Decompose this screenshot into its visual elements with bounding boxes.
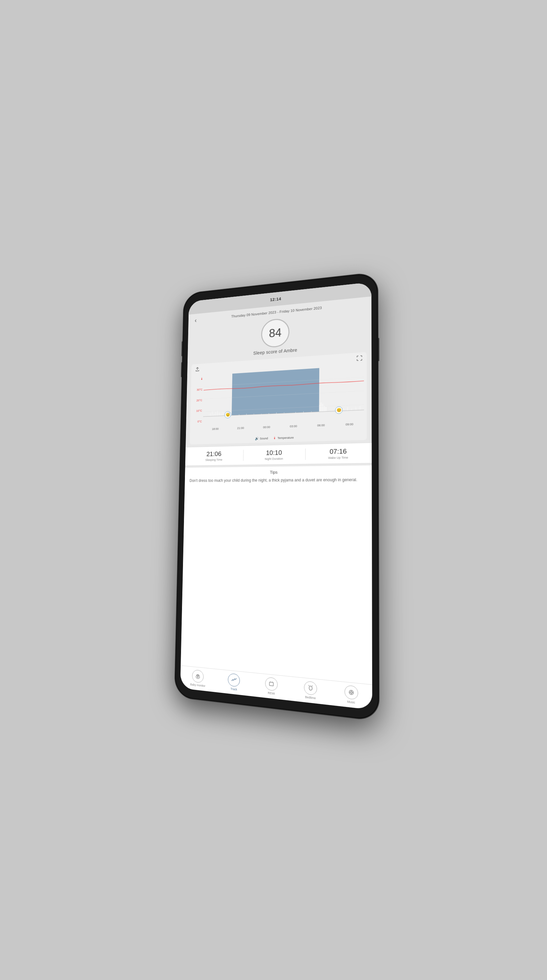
svg-rect-24	[321, 402, 322, 412]
y-label-10: 10°C	[193, 409, 203, 412]
baby-monitor-label: Baby monitor	[190, 683, 206, 687]
svg-rect-5	[215, 412, 216, 416]
svg-rect-26	[324, 406, 325, 412]
y-label-0: 0°C	[193, 420, 203, 423]
score-value: 84	[269, 326, 282, 340]
x-label-03: 03:00	[280, 424, 307, 428]
sleeping-time-value: 21:06	[185, 450, 243, 458]
nav-bedtime[interactable]: Bedtime	[290, 679, 330, 702]
svg-rect-6	[217, 410, 218, 416]
x-label-18: 18:00	[203, 427, 228, 431]
svg-rect-27	[325, 407, 327, 412]
share-button[interactable]	[193, 365, 201, 373]
status-time: 12:14	[270, 296, 281, 302]
svg-rect-30	[343, 408, 344, 410]
night-duration-value: 10:10	[244, 449, 305, 457]
nav-baby-monitor[interactable]: Baby monitor	[180, 668, 216, 689]
x-label-06: 06:00	[307, 423, 335, 427]
tips-content: Don't dress too much your child during t…	[190, 477, 366, 484]
main-content: Thursday 09 November 2023 - Friday 10 No…	[181, 296, 372, 684]
volume-down-btn[interactable]	[181, 362, 183, 377]
remi-label: REMI	[268, 691, 275, 695]
y-label-30: 30°C	[193, 388, 204, 391]
score-circle: 84	[261, 318, 290, 348]
stat-sleeping-time: 21:06 Sleeping Time	[185, 450, 244, 462]
svg-point-44	[350, 692, 352, 694]
legend-temp: 🌡 Temperature	[273, 436, 294, 440]
chart-svg-area: 😴 😊	[203, 364, 364, 426]
svg-point-39	[197, 676, 198, 678]
temp-label: Temperature	[277, 436, 294, 439]
temp-icon: 🌡	[193, 377, 204, 381]
svg-rect-2	[210, 413, 211, 416]
x-label-21: 21:00	[228, 426, 254, 430]
bedtime-label: Bedtime	[305, 695, 316, 700]
svg-rect-40	[269, 682, 273, 686]
legend-sound: 🔊 Sound	[255, 436, 268, 440]
x-label-09: 09:00	[335, 422, 364, 426]
sound-icon: 🔊	[255, 437, 259, 440]
svg-rect-18	[276, 412, 276, 414]
svg-rect-8	[221, 414, 221, 416]
chart-wrapper: 🌡 30°C 20°C 10°C 0°C	[192, 364, 364, 436]
sleeping-time-label: Sleeping Time	[185, 458, 243, 462]
expand-button[interactable]	[355, 353, 364, 363]
tips-section: Tips Don't dress too much your child dur…	[181, 466, 372, 685]
night-duration-label: Night Duration	[244, 457, 305, 461]
chart-container: 🌡 30°C 20°C 10°C 0°C	[190, 352, 367, 445]
tips-title: Tips	[190, 469, 366, 475]
svg-line-41	[308, 685, 309, 686]
svg-rect-25	[322, 404, 323, 412]
svg-rect-34	[360, 406, 360, 410]
stat-wake-up-time: 07:16 Wake Up Time	[306, 447, 372, 460]
power-btn[interactable]	[378, 338, 379, 361]
bedtime-icon	[304, 681, 317, 695]
svg-rect-32	[352, 409, 352, 410]
svg-rect-3	[212, 411, 212, 416]
nav-music[interactable]: Music	[331, 683, 373, 706]
track-label: Track	[230, 687, 237, 691]
y-label-20: 20°C	[193, 399, 204, 402]
phone-device: 12:14 ‹ Thursday 09 November 2023 - Frid…	[175, 272, 379, 721]
svg-line-42	[312, 685, 313, 686]
svg-rect-22	[311, 411, 311, 412]
svg-rect-20	[295, 412, 296, 413]
score-label: Sleep score of Ambre	[253, 348, 297, 356]
wake-up-label: Wake Up Time	[306, 455, 372, 460]
back-button[interactable]: ‹	[195, 317, 197, 324]
wake-up-value: 07:16	[306, 447, 372, 456]
svg-rect-15	[254, 414, 254, 414]
track-icon	[228, 673, 240, 687]
svg-rect-0	[232, 368, 319, 415]
volume-up-btn[interactable]	[181, 341, 183, 356]
remi-icon	[265, 677, 278, 691]
svg-rect-7	[219, 413, 219, 416]
nav-remi[interactable]: REMI	[252, 676, 291, 697]
sound-label: Sound	[260, 436, 268, 440]
stats-row: 21:06 Sleeping Time 10:10 Night Duration…	[185, 442, 372, 466]
svg-rect-33	[356, 407, 356, 410]
thermometer-icon: 🌡	[273, 436, 276, 440]
x-label-00: 00:00	[254, 425, 280, 429]
svg-rect-23	[319, 405, 320, 412]
baby-monitor-icon	[192, 669, 204, 683]
phone-screen: 12:14 ‹ Thursday 09 November 2023 - Frid…	[180, 282, 372, 710]
svg-rect-19	[284, 412, 284, 413]
nav-track[interactable]: Track	[216, 672, 253, 693]
svg-rect-4	[214, 414, 214, 416]
music-label: Music	[348, 700, 355, 704]
svg-rect-14	[246, 414, 247, 415]
music-icon	[344, 685, 358, 700]
svg-rect-16	[261, 414, 262, 414]
y-axis: 🌡 30°C 20°C 10°C 0°C	[193, 374, 204, 426]
stat-night-duration: 10:10 Night Duration	[244, 449, 306, 461]
